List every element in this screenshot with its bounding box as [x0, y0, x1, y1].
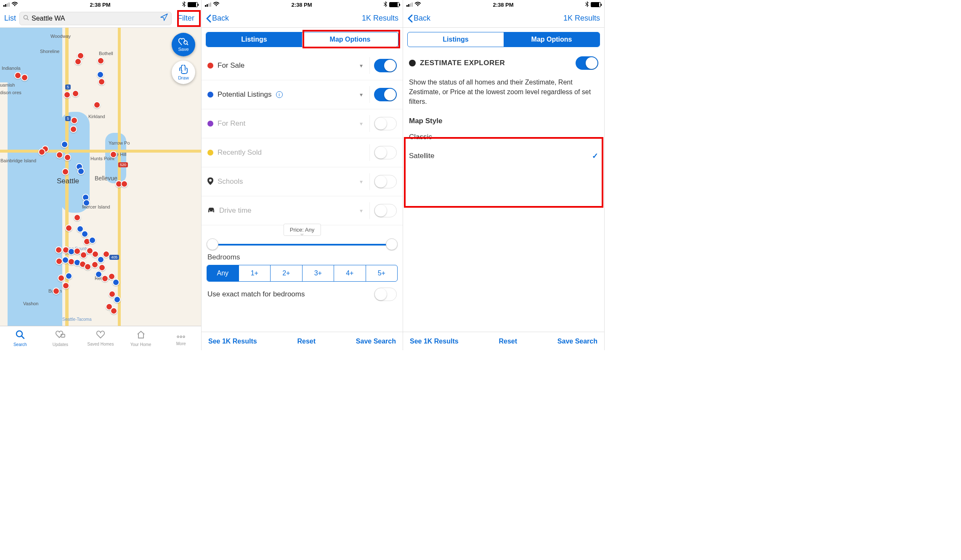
toggle-potential[interactable]	[374, 88, 397, 101]
style-classic[interactable]: Classic	[403, 128, 604, 146]
see-results-button[interactable]: See 1K Results	[208, 338, 257, 345]
save-search-button[interactable]: Save Search	[356, 338, 396, 345]
map-pin[interactable]	[65, 272, 72, 280]
map-pin[interactable]	[93, 101, 101, 108]
bed-5[interactable]: 5+	[366, 265, 398, 281]
zestimate-row[interactable]: ZESTIMATE EXPLORER	[403, 51, 604, 75]
map-pin[interactable]	[97, 57, 104, 64]
toggle-schools[interactable]	[374, 175, 397, 188]
map-pin[interactable]	[98, 78, 105, 85]
toggle-exact-match[interactable]	[374, 288, 397, 301]
bed-3[interactable]: 3+	[302, 265, 334, 281]
seg-listings[interactable]: Listings	[408, 32, 504, 47]
map-pin[interactable]	[114, 296, 121, 303]
svg-point-7	[177, 336, 179, 338]
map-pin[interactable]	[110, 151, 117, 158]
back-button[interactable]: Back	[407, 14, 430, 23]
filter-button[interactable]: Filter	[175, 12, 197, 24]
style-satellite[interactable]: Satellite ✓	[403, 146, 604, 166]
map-pin[interactable]	[74, 58, 82, 65]
map-pin[interactable]	[74, 214, 81, 221]
filter-drive-time[interactable]: Drive time ▾	[202, 196, 403, 225]
map-pin[interactable]	[97, 256, 104, 263]
map-pin[interactable]	[70, 126, 77, 133]
map-pin[interactable]	[56, 151, 63, 158]
bed-4[interactable]: 4+	[334, 265, 366, 281]
search-field[interactable]	[19, 12, 172, 25]
map-label: Vashon	[23, 301, 39, 306]
map-pin[interactable]	[101, 275, 109, 282]
filter-for-rent[interactable]: For Rent ▾	[202, 109, 403, 138]
map-pin[interactable]	[112, 279, 119, 286]
info-icon[interactable]: i	[276, 91, 283, 98]
results-count[interactable]: 1K Results	[362, 14, 398, 23]
map-pin[interactable]	[65, 225, 72, 232]
filter-schools[interactable]: Schools ▾	[202, 167, 403, 196]
slider-handle-max[interactable]	[386, 238, 398, 250]
see-results-button[interactable]: See 1K Results	[410, 338, 459, 345]
map-pin[interactable]	[62, 282, 69, 289]
map-pin[interactable]	[38, 148, 45, 156]
map-area[interactable]: Indianola uamish Bainbridge Island Woodw…	[0, 28, 201, 326]
toggle-for-sale[interactable]	[374, 59, 397, 72]
map-pin[interactable]	[55, 246, 62, 254]
map-pin[interactable]	[77, 168, 85, 175]
map-pin[interactable]	[83, 199, 90, 206]
map-pin[interactable]	[97, 71, 104, 78]
map-pin[interactable]	[80, 251, 87, 259]
tab-updates[interactable]: Updates	[40, 326, 81, 350]
bed-any[interactable]: Any	[207, 265, 239, 281]
locate-icon[interactable]	[160, 13, 168, 23]
map-pin[interactable]	[62, 168, 69, 175]
draw-fab[interactable]: Draw	[172, 61, 195, 84]
map-pin[interactable]	[71, 117, 78, 124]
map-pin[interactable]	[64, 154, 71, 161]
bed-1[interactable]: 1+	[239, 265, 271, 281]
seg-listings[interactable]: Listings	[206, 32, 302, 47]
tab-saved-homes[interactable]: Saved Homes	[80, 326, 121, 350]
map-pin[interactable]	[98, 264, 106, 271]
filter-for-sale[interactable]: For Sale ▾	[202, 51, 403, 80]
tab-more[interactable]: More	[161, 326, 201, 350]
seg-map-options[interactable]: Map Options	[504, 32, 600, 47]
search-input[interactable]	[32, 15, 158, 22]
map-pin[interactable]	[81, 230, 88, 238]
results-count[interactable]: 1K Results	[563, 14, 600, 23]
map-pin[interactable]	[53, 288, 60, 295]
toggle-for-rent[interactable]	[374, 117, 397, 130]
tab-your-home[interactable]: Your Home	[121, 326, 161, 350]
map-pin[interactable]	[61, 141, 68, 148]
reset-button[interactable]: Reset	[499, 338, 517, 345]
tab-search[interactable]: Search	[0, 326, 40, 350]
map-pin[interactable]	[110, 307, 117, 314]
map-pin[interactable]	[95, 271, 102, 278]
reset-button[interactable]: Reset	[297, 338, 316, 345]
list-button[interactable]: List	[4, 14, 16, 23]
chevron-down-icon: ▾	[360, 120, 363, 127]
map-pin[interactable]	[91, 261, 98, 268]
map-pin[interactable]	[84, 263, 91, 270]
map-pin[interactable]	[89, 237, 96, 244]
map-pin[interactable]	[92, 251, 99, 258]
price-slider[interactable]: Price: Any	[202, 225, 403, 250]
exact-match-row[interactable]: Use exact match for bedrooms	[202, 283, 403, 305]
save-fab[interactable]: Save	[172, 33, 195, 56]
toggle-drive-time[interactable]	[374, 204, 397, 217]
map-pin[interactable]	[64, 91, 71, 98]
map-pin[interactable]	[103, 251, 110, 258]
map-pin[interactable]	[121, 180, 128, 188]
map-pin[interactable]	[21, 74, 28, 81]
slider-handle-min[interactable]	[207, 238, 218, 250]
bed-2[interactable]: 2+	[270, 265, 302, 281]
back-button[interactable]: Back	[206, 14, 229, 23]
map-pin[interactable]	[72, 90, 79, 97]
svg-line-5	[21, 336, 24, 338]
filter-recently-sold[interactable]: Recently Sold	[202, 138, 403, 167]
toggle-zestimate[interactable]	[576, 56, 598, 70]
save-search-button[interactable]: Save Search	[557, 338, 597, 345]
filter-potential-listings[interactable]: Potential Listings i ▾	[202, 80, 403, 109]
seg-map-options[interactable]: Map Options	[302, 32, 398, 47]
map-pin[interactable]	[58, 275, 65, 282]
map-pin[interactable]	[14, 72, 21, 79]
toggle-recently-sold[interactable]	[374, 146, 397, 159]
